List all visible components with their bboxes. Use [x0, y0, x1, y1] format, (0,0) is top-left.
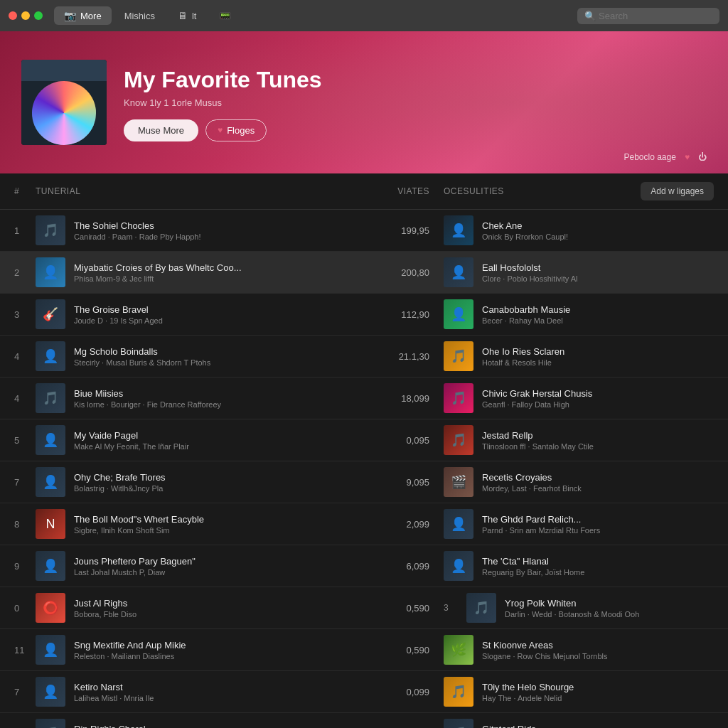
track-info: Jouns Pheftero Pary Baguen" Last Johal M… [74, 556, 387, 577]
track-plays: 21.1,30 [387, 351, 444, 362]
track-plays: 199,95 [387, 225, 444, 236]
track-num: 7 [14, 687, 36, 697]
track-artist: Phisa Mom-9 & Jec lifft [74, 274, 316, 283]
track-thumbnail: 👤 [36, 341, 65, 371]
table-row[interactable]: 4 🎵 Biue Miisies Kis lorne · Bouriger · … [0, 378, 728, 419]
track-list-container[interactable]: # Tunerial Viates Ocesulities Add w liga… [0, 173, 728, 728]
search-bar[interactable]: 🔍 [577, 8, 719, 24]
col-plays-header: Viates [387, 186, 444, 196]
floges-button[interactable]: ♥ Floges [205, 119, 267, 141]
right-thumbnail: 👤 [444, 215, 473, 245]
table-row[interactable]: 9 👤 Jouns Pheftero Pary Baguen" Last Joh… [0, 545, 728, 587]
hero-meta-text: Peboclo aage [623, 152, 675, 162]
right-track-name: Yrog Polk Whiten [505, 598, 697, 609]
right-track-artist: Tlinosloon ffl · Santalo May Ctile [482, 442, 714, 451]
track-artist: Releston · Mailiann Diaslines [74, 652, 316, 660]
search-input[interactable] [599, 11, 712, 21]
close-button[interactable] [9, 11, 17, 20]
table-row[interactable]: 5 👤 My Vaide Pagel Make Al My Feonit, Th… [0, 419, 728, 461]
track-plays: 6,099 [387, 561, 444, 572]
track-info: Mg Scholo Boindalls Stecirly · Musal Bur… [74, 346, 387, 367]
table-row[interactable]: 7 👤 Ohy Che; Brafe Tiores Bolastrig · Wi… [0, 461, 728, 503]
col-num-header: # [14, 186, 36, 196]
tab-device[interactable]: 📟 [209, 6, 241, 25]
track-artist: Joude D · 19 Is Spn Aged [74, 316, 316, 325]
right-info: Yrog Polk Whiten Darlin · Wedd · Botanos… [505, 598, 714, 619]
right-track-section: 3 🎵 Yrog Polk Whiten Darlin · Wedd · Bot… [444, 593, 714, 623]
right-info: The 'Cta" Hlanal Reguarig By Bair, Joïst… [482, 556, 714, 577]
right-track-section: 👤 The 'Cta" Hlanal Reguarig By Bair, Joï… [444, 551, 714, 581]
table-row[interactable]: 12 🎵 Rip Righ's Chorol Extentition · MS&… [0, 713, 728, 728]
right-track-artist: Slogane · Row Chis Mejunol Tornbls [482, 652, 714, 660]
minimize-button[interactable] [21, 11, 30, 20]
track-thumbnail: 👤 [36, 677, 65, 707]
right-track-section: 👤 Chek Ane Onick By Rrorkon Caupl! [444, 215, 714, 245]
right-track-artist: Reguarig By Bair, Joïst Home [482, 568, 714, 577]
table-row[interactable]: 2 👤 Miyabatic Croies of By bas Wheltc Co… [0, 252, 728, 294]
device-icon: 📟 [219, 10, 231, 21]
track-name: Rip Righ's Chorol [74, 724, 316, 729]
track-num: 1 [14, 225, 36, 236]
track-info: The Sohiel Chocles Caniradd · Paam · Rad… [74, 220, 387, 241]
table-row[interactable]: 11 👤 Sng Mextifie And Aup Mikie Releston… [0, 629, 728, 671]
track-name: Mg Scholo Boindalls [74, 346, 316, 357]
track-thumbnail: 🎸 [36, 299, 65, 329]
track-num: 7 [14, 477, 36, 488]
tab-camera-label: More [80, 11, 102, 21]
col-add-btn-header: Add w ligages [621, 182, 714, 200]
table-row[interactable]: 4 👤 Mg Scholo Boindalls Stecirly · Musal… [0, 336, 728, 378]
muse-more-button[interactable]: Muse More [124, 119, 198, 141]
right-track-artist: Mordey, Last · Fearhot Binck [482, 484, 714, 493]
monitor-icon: 🖥 [178, 10, 188, 21]
track-name: Just Al Righs [74, 598, 316, 609]
track-num: 4 [14, 351, 36, 362]
add-w-ligages-button[interactable]: Add w ligages [641, 182, 714, 200]
table-row[interactable]: 0 ⭕ Just Al Righs Bobora, Fble Diso 0,59… [0, 587, 728, 629]
track-num: 4 [14, 393, 36, 404]
right-track-section: 🌿 St Kioonve Areas Slogane · Row Chis Me… [444, 635, 714, 665]
tab-mishics-label: Mishics [124, 11, 155, 21]
track-info: Rip Righ's Chorol Extentition · MS&l, l6… [74, 724, 387, 729]
track-name: Ohy Che; Brafe Tiores [74, 472, 316, 483]
track-thumbnail: N [36, 509, 65, 539]
right-track-artist: Onick By Rrorkon Caupl! [482, 232, 714, 241]
track-artist: Kis lorne · Bouriger · Fie Drance Raffor… [74, 400, 316, 409]
track-thumbnail: 🎵 [36, 719, 65, 728]
track-artist: Caniradd · Paam · Rade Pby Happh! [74, 232, 316, 241]
right-info: T0iy the Helo Shourge Hay The · Andele N… [482, 682, 714, 702]
hero-subtitle: Know 1ly 1 1orle Musus [124, 97, 322, 108]
table-row[interactable]: 3 🎸 The Groise Bravel Joude D · 19 Is Sp… [0, 294, 728, 336]
right-thumbnail: 🎵 [444, 341, 473, 371]
track-info: Sng Mextifie And Aup Mikie Releston · Ma… [74, 640, 387, 660]
table-row[interactable]: 1 🎵 The Sohiel Chocles Caniradd · Paam ·… [0, 210, 728, 252]
track-artist: Bolastrig · Witlh&Jncy Pla [74, 484, 316, 493]
right-info: Canabobarbh Mausie Becer · Rahay Ma Deel [482, 304, 714, 325]
track-name: Jouns Pheftero Pary Baguen" [74, 556, 316, 567]
tab-monitor[interactable]: 🖥 lt [168, 6, 207, 25]
hero-buttons: Muse More ♥ Floges [124, 119, 322, 141]
tab-camera[interactable]: 📷 More [54, 6, 112, 25]
maximize-button[interactable] [34, 11, 43, 20]
track-plays: 0,590 [387, 645, 444, 655]
track-plays: 0,590 [387, 603, 444, 614]
right-thumbnail: 👤 [444, 509, 473, 539]
track-rows: 1 🎵 The Sohiel Chocles Caniradd · Paam ·… [0, 210, 728, 728]
track-info: Ohy Che; Brafe Tiores Bolastrig · Witlh&… [74, 472, 387, 493]
table-row[interactable]: 8 N The Boll Mood"s Whert Eacyble Sigbre… [0, 503, 728, 545]
col-track-header: Tunerial [36, 186, 387, 196]
right-track-section: 🎵 T0iy the Helo Shourge Hay The · Andele… [444, 677, 714, 707]
tab-mishics[interactable]: Mishics [114, 7, 165, 25]
table-row[interactable]: 7 👤 Ketiro Narst Lalihea Mistl · Mnria I… [0, 671, 728, 713]
right-info: Chek Ane Onick By Rrorkon Caupl! [482, 220, 714, 241]
right-track-artist: Becer · Rahay Ma Deel [482, 316, 714, 325]
right-track-name: Eall Hosfololst [482, 262, 674, 273]
right-track-section: 👤 Eall Hosfololst Clore · Poblo Hosshiti… [444, 257, 714, 287]
right-thumbnail: 👤 [444, 551, 473, 581]
right-thumbnail: 🌿 [444, 635, 473, 665]
heart-icon: ♥ [218, 125, 223, 135]
track-info: Miyabatic Croies of By bas Wheltc Coo...… [74, 262, 387, 283]
right-info: Jestad Rellp Tlinosloon ffl · Santalo Ma… [482, 430, 714, 451]
right-track-name: St Kioonve Areas [482, 640, 674, 651]
track-thumbnail: 🎵 [36, 215, 65, 245]
track-info: The Groise Bravel Joude D · 19 Is Spn Ag… [74, 304, 387, 325]
